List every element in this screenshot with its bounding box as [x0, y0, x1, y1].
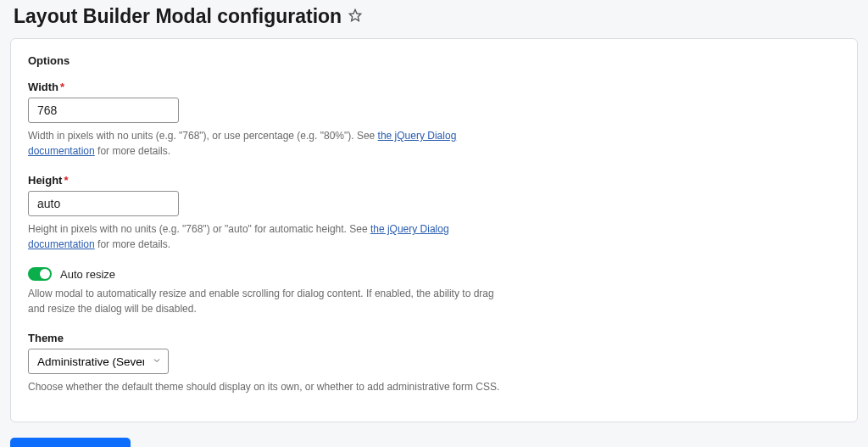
theme-description: Choose whether the default theme should … [28, 379, 503, 394]
height-input[interactable] [28, 191, 179, 216]
height-desc-pre: Height in pixels with no units (e.g. "76… [28, 223, 370, 235]
height-label-text: Height [28, 174, 62, 187]
height-field-group: Height* Height in pixels with no units (… [28, 174, 840, 252]
auto-resize-description: Allow modal to automatically resize and … [28, 286, 503, 316]
width-label: Width* [28, 81, 840, 93]
favorite-star-icon[interactable] [348, 8, 362, 25]
height-description: Height in pixels with no units (e.g. "76… [28, 221, 503, 252]
height-label: Height* [28, 174, 840, 187]
save-configuration-button[interactable]: Save configuration [10, 438, 131, 447]
required-mark: * [64, 174, 68, 187]
auto-resize-label: Auto resize [60, 268, 115, 281]
page-header: Layout Builder Modal configuration [10, 0, 858, 38]
theme-select[interactable]: Administrative (Seven) [28, 349, 169, 374]
width-input[interactable] [28, 98, 179, 123]
auto-resize-group: Auto resize Allow modal to automatically… [28, 267, 840, 316]
theme-group: Theme Administrative (Seven) Choose whet… [28, 332, 840, 394]
width-description: Width in pixels with no units (e.g. "768… [28, 128, 503, 159]
height-desc-post: for more details. [95, 238, 170, 250]
width-field-group: Width* Width in pixels with no units (e.… [28, 81, 840, 159]
auto-resize-toggle[interactable] [28, 267, 52, 281]
theme-label: Theme [28, 332, 840, 344]
width-label-text: Width [28, 81, 58, 93]
width-desc-post: for more details. [95, 145, 170, 157]
options-card: Options Width* Width in pixels with no u… [10, 38, 858, 422]
width-desc-pre: Width in pixels with no units (e.g. "768… [28, 130, 378, 142]
options-heading: Options [28, 54, 840, 67]
page-title: Layout Builder Modal configuration [14, 5, 342, 28]
svg-marker-0 [350, 9, 361, 20]
required-mark: * [60, 81, 64, 93]
